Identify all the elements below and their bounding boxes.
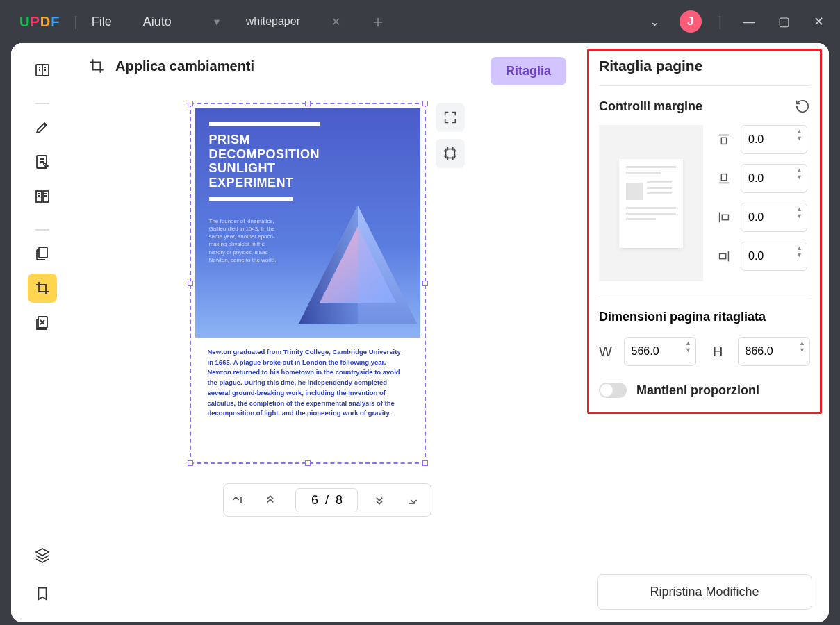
first-page-button[interactable] <box>231 493 249 507</box>
svg-rect-12 <box>721 174 726 181</box>
margin-left-icon <box>714 210 734 225</box>
left-sidebar <box>11 43 74 622</box>
page-content: PRISM DECOMPOSITION SUNLIGHT EXPERIMENT … <box>195 108 420 458</box>
margin-preview-thumb <box>599 125 703 281</box>
close-tab-icon[interactable]: ✕ <box>331 15 340 28</box>
crop-button[interactable]: Ritaglia <box>491 57 566 85</box>
poster-title: PRISM DECOMPOSITION SUNLIGHT EXPERIMENT <box>209 133 406 190</box>
margin-top-icon <box>714 132 734 147</box>
svg-rect-13 <box>722 215 728 219</box>
dimensions-title: Dimensioni pagina ritagliata <box>599 310 810 324</box>
organize-tool-icon[interactable] <box>28 182 57 211</box>
pages-tool-icon[interactable] <box>28 239 57 268</box>
spinner-arrows[interactable]: ▲▼ <box>796 245 802 259</box>
crop-handle[interactable] <box>188 101 193 106</box>
bookmark-icon[interactable] <box>28 579 57 608</box>
reset-margins-icon[interactable] <box>795 99 810 114</box>
prev-page-button[interactable] <box>263 493 281 507</box>
svg-rect-2 <box>36 191 42 202</box>
svg-rect-3 <box>43 191 49 202</box>
crop-settings-group: Ritaglia pagine Controlli margine <box>587 49 822 414</box>
watermark-tool-icon[interactable] <box>28 308 57 338</box>
prism-image <box>288 199 420 338</box>
reader-tool-icon[interactable] <box>28 56 57 85</box>
separator: | <box>718 14 722 30</box>
canvas-title: Applica cambiamenti <box>115 58 254 74</box>
new-tab-button[interactable]: ＋ <box>370 10 386 33</box>
crop-handle[interactable] <box>305 101 311 106</box>
page-navigator <box>223 483 431 517</box>
right-panel: Ritaglia pagine Controlli margine <box>580 43 829 622</box>
margin-bottom-input[interactable]: 0.0▲▼ <box>741 164 807 193</box>
poster-body-text: Newton graduated from Trinity College, C… <box>195 338 420 428</box>
margin-right-input[interactable]: 0.0▲▼ <box>741 242 807 271</box>
width-label: W <box>599 344 616 360</box>
width-input[interactable]: 566.0▲▼ <box>624 337 696 366</box>
crop-header-icon <box>88 57 106 75</box>
crop-handle[interactable] <box>422 101 428 106</box>
spinner-arrows[interactable]: ▲▼ <box>796 128 802 142</box>
spinner-arrows[interactable]: ▲▼ <box>796 167 802 181</box>
crop-handle[interactable] <box>188 281 193 286</box>
margin-right-icon <box>714 249 734 264</box>
layers-icon[interactable] <box>28 540 57 569</box>
separator <box>35 219 49 231</box>
next-page-button[interactable] <box>372 493 390 507</box>
tab-menu-button[interactable]: ▾ <box>203 8 231 35</box>
margin-left-input[interactable]: 0.0▲▼ <box>741 203 807 232</box>
separator: | <box>74 14 77 30</box>
crop-handle[interactable] <box>422 460 428 466</box>
title-bar: UPDF | File Aiuto ▾ whitepaper ✕ ＋ ⌄ J |… <box>0 0 840 43</box>
spinner-arrows[interactable]: ▲▼ <box>685 340 691 354</box>
user-avatar[interactable]: J <box>680 10 702 33</box>
svg-rect-11 <box>721 138 726 144</box>
window-maximize-button[interactable]: ▢ <box>773 14 794 29</box>
restore-button[interactable]: Ripristina Modifiche <box>597 574 812 610</box>
crop-frame-button[interactable] <box>436 139 465 168</box>
keep-ratio-toggle[interactable] <box>599 383 627 398</box>
crop-handle[interactable] <box>422 281 428 286</box>
spinner-arrows[interactable]: ▲▼ <box>796 206 802 220</box>
separator <box>35 93 49 104</box>
highlighter-tool-icon[interactable] <box>28 112 57 142</box>
height-label: H <box>713 344 730 360</box>
crop-handle[interactable] <box>305 460 311 466</box>
margin-title: Controlli margine <box>599 99 702 114</box>
panel-title: Ritaglia pagine <box>599 58 810 74</box>
canvas-area: Applica cambiamenti Ritaglia PRISM DECOM… <box>74 43 580 622</box>
menu-help[interactable]: Aiuto <box>143 15 172 29</box>
svg-rect-14 <box>720 253 726 258</box>
crop-handle[interactable] <box>188 460 193 466</box>
last-page-button[interactable] <box>405 493 423 507</box>
document-tab[interactable]: whitepaper ✕ <box>233 7 353 36</box>
poster-small-text: The founder of kinematics, Galileo died … <box>209 217 279 264</box>
height-input[interactable]: 866.0▲▼ <box>738 337 810 366</box>
window-minimize-button[interactable]: — <box>739 15 759 29</box>
svg-rect-10 <box>445 149 454 158</box>
margin-top-input[interactable]: 0.0▲▼ <box>741 125 807 154</box>
page-number-input[interactable] <box>295 488 358 512</box>
svg-marker-9 <box>358 206 417 324</box>
chevron-down-icon[interactable]: ⌄ <box>645 14 666 29</box>
crop-tool-icon[interactable] <box>28 274 57 303</box>
main-window: Applica cambiamenti Ritaglia PRISM DECOM… <box>11 43 829 622</box>
svg-rect-4 <box>39 247 47 258</box>
spinner-arrows[interactable]: ▲▼ <box>799 340 805 354</box>
fit-page-button[interactable] <box>436 103 465 132</box>
window-close-button[interactable]: ✕ <box>808 14 829 29</box>
menu-file[interactable]: File <box>92 15 112 29</box>
edit-tool-icon[interactable] <box>28 147 57 176</box>
tab-title: whitepaper <box>246 15 300 28</box>
page-preview[interactable]: PRISM DECOMPOSITION SUNLIGHT EXPERIMENT … <box>190 103 426 464</box>
app-logo: UPDF <box>19 14 60 30</box>
keep-ratio-label: Mantieni proporzioni <box>636 383 759 398</box>
margin-bottom-icon <box>714 171 734 186</box>
